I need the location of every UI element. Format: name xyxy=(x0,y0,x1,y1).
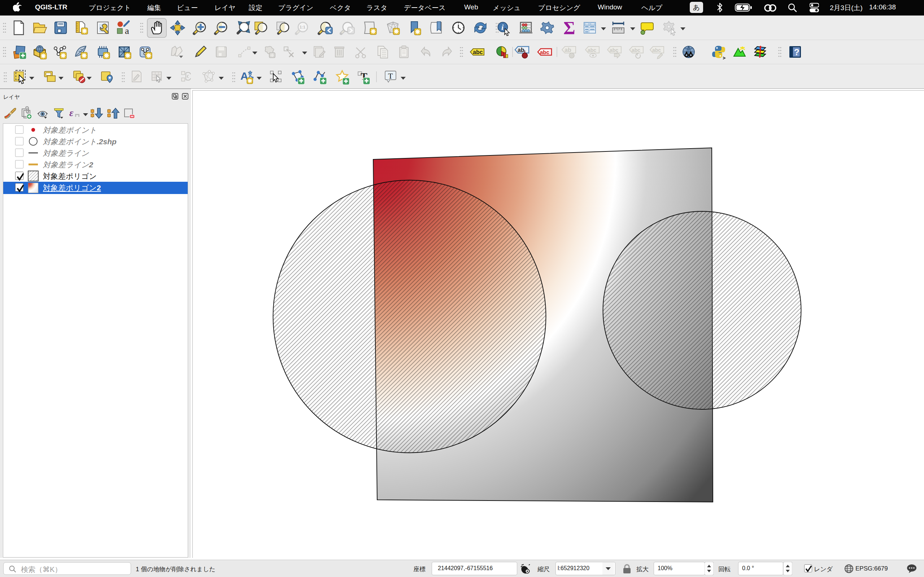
svg-text:abc: abc xyxy=(588,47,596,53)
svg-text:Σ: Σ xyxy=(564,18,575,38)
svg-text:T: T xyxy=(388,71,393,81)
svg-text:?: ? xyxy=(794,47,800,57)
svg-text:i: i xyxy=(501,23,504,32)
svg-text:abc: abc xyxy=(473,49,483,55)
svg-text:ε: ε xyxy=(69,107,74,118)
svg-text:abc: abc xyxy=(540,49,549,55)
svg-text:abc: abc xyxy=(632,47,640,53)
svg-text:ab: ab xyxy=(564,47,571,53)
svg-text:1:1: 1:1 xyxy=(300,25,305,29)
svg-text:a: a xyxy=(125,26,129,36)
svg-text:ab: ab xyxy=(518,47,525,53)
svg-text:abc: abc xyxy=(652,47,661,53)
